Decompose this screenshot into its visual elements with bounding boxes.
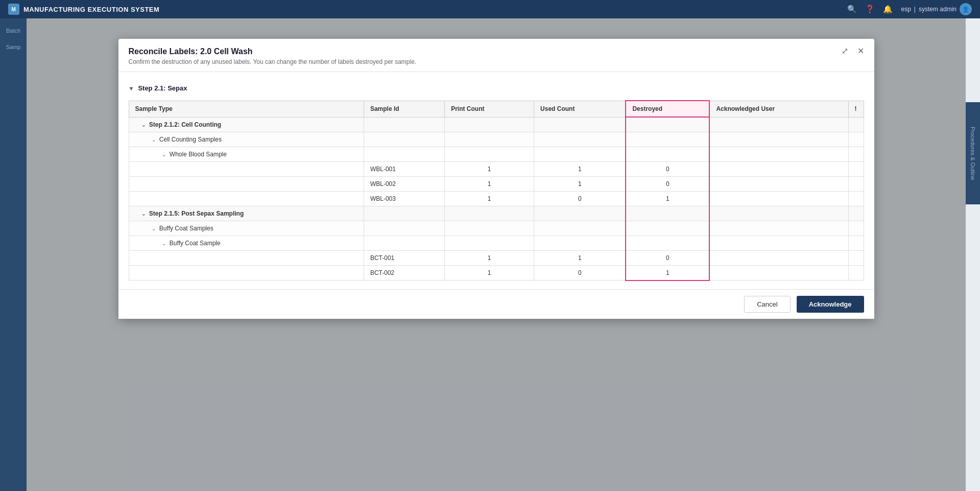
user-code: esp bbox=[901, 6, 911, 13]
user-info: esp | system admin 👤 bbox=[901, 3, 972, 15]
logo-icon: M bbox=[8, 4, 19, 15]
col-header-acknowledged-user: Acknowledged User bbox=[709, 101, 848, 117]
acknowledged-user-cell bbox=[709, 191, 848, 206]
section-label: Step 2.1: Sepax bbox=[138, 84, 187, 92]
user-name: system admin bbox=[919, 6, 957, 13]
sample-id-cell: WBL-002 bbox=[364, 176, 444, 191]
sample-id-cell: WBL-003 bbox=[364, 191, 444, 206]
exclaim-cell bbox=[848, 250, 864, 265]
group-label: ⌄ Step 2.1.2: Cell Counting bbox=[129, 117, 364, 132]
nav-right: 🔍 ❓ 🔔 esp | system admin 👤 bbox=[847, 3, 972, 15]
user-avatar[interactable]: 👤 bbox=[960, 3, 972, 15]
top-nav: M MANUFACTURING EXECUTION SYSTEM 🔍 ❓ 🔔 e… bbox=[0, 0, 980, 18]
print-count-cell: 1 bbox=[445, 176, 534, 191]
section-header[interactable]: ▼ Step 2.1: Sepax bbox=[129, 80, 864, 96]
bell-icon[interactable]: 🔔 bbox=[883, 5, 893, 14]
dialog-footer: Cancel Acknowledge bbox=[118, 289, 874, 319]
table-row: ⌄ Buffy Coat Sample bbox=[129, 236, 864, 250]
destroyed-cell bbox=[626, 132, 709, 147]
dialog-body: ▼ Step 2.1: Sepax Sample Type Sample Id … bbox=[118, 72, 874, 289]
col-header-sample-id: Sample Id bbox=[364, 101, 444, 117]
section-arrow-icon: ▼ bbox=[129, 85, 134, 91]
destroyed-cell bbox=[626, 117, 709, 132]
reconcile-dialog: Reconcile Labels: 2.0 Cell Wash Confirm … bbox=[118, 39, 874, 319]
used-count-cell: 1 bbox=[534, 161, 626, 176]
table-row: WBL-001 1 1 0 bbox=[129, 161, 864, 176]
acknowledged-user-cell bbox=[709, 265, 848, 280]
destroyed-cell bbox=[626, 147, 709, 161]
reconcile-table: Sample Type Sample Id Print Count Used C… bbox=[129, 100, 864, 281]
col-header-exclaim: ! bbox=[848, 101, 864, 117]
chevron-down-icon[interactable]: ⌄ bbox=[162, 241, 166, 246]
table-row: ⌄ Cell Counting Samples bbox=[129, 132, 864, 147]
destroyed-cell bbox=[626, 221, 709, 236]
exclaim-cell bbox=[848, 191, 864, 206]
chevron-down-icon[interactable]: ⌄ bbox=[152, 137, 156, 143]
col-header-destroyed: Destroyed bbox=[626, 101, 709, 117]
acknowledged-user-cell bbox=[709, 250, 848, 265]
sidebar-batch[interactable]: Batch bbox=[0, 22, 27, 39]
cancel-button[interactable]: Cancel bbox=[744, 296, 790, 313]
group-label: ⌄ Step 2.1.5: Post Sepax Sampling bbox=[129, 206, 364, 221]
dialog-controls: ⤢ ✕ bbox=[840, 45, 866, 57]
destroyed-cell bbox=[626, 236, 709, 250]
table-row: ⌄ Whole Blood Sample bbox=[129, 147, 864, 161]
close-icon[interactable]: ✕ bbox=[855, 45, 866, 57]
main-content: Reconcile Labels: 2.0 Cell Wash Confirm … bbox=[27, 18, 966, 491]
subgroup-label: ⌄ Buffy Coat Samples bbox=[129, 221, 364, 236]
table-row: ⌄ Step 2.1.2: Cell Counting bbox=[129, 117, 864, 132]
used-count-cell: 0 bbox=[534, 265, 626, 280]
table-row: BCT-001 1 1 0 bbox=[129, 250, 864, 265]
table-row: BCT-002 1 0 1 bbox=[129, 265, 864, 280]
chevron-down-icon[interactable]: ⌄ bbox=[141, 122, 146, 128]
chevron-down-icon[interactable]: ⌄ bbox=[141, 211, 146, 217]
destroyed-input-cell[interactable]: 0 bbox=[626, 176, 709, 191]
subsubgroup-label: ⌄ Whole Blood Sample bbox=[129, 147, 364, 161]
table-row: ⌄ Buffy Coat Samples bbox=[129, 221, 864, 236]
col-header-used-count: Used Count bbox=[534, 101, 626, 117]
used-count-cell: 0 bbox=[534, 191, 626, 206]
used-count-cell: 1 bbox=[534, 250, 626, 265]
destroyed-input-cell[interactable]: 0 bbox=[626, 161, 709, 176]
left-sidebar: Batch Samp bbox=[0, 18, 27, 491]
print-count-cell: 1 bbox=[445, 191, 534, 206]
expand-icon[interactable]: ⤢ bbox=[840, 45, 850, 57]
col-header-print-count: Print Count bbox=[445, 101, 534, 117]
subsubgroup-label: ⌄ Buffy Coat Sample bbox=[129, 236, 364, 250]
table-row: WBL-003 1 0 1 bbox=[129, 191, 864, 206]
sidebar-sample-label: Samp bbox=[5, 44, 21, 50]
exclaim-cell bbox=[848, 161, 864, 176]
right-sidebar-tab[interactable]: Procedures & Outline bbox=[966, 102, 980, 204]
dialog-overlay: Reconcile Labels: 2.0 Cell Wash Confirm … bbox=[27, 18, 966, 491]
acknowledge-button[interactable]: Acknowledge bbox=[797, 296, 864, 313]
destroyed-cell bbox=[626, 206, 709, 221]
used-count-cell: 1 bbox=[534, 176, 626, 191]
destroyed-input-cell[interactable]: 0 bbox=[626, 250, 709, 265]
help-icon[interactable]: ❓ bbox=[865, 5, 875, 14]
table-row: ⌄ Step 2.1.5: Post Sepax Sampling bbox=[129, 206, 864, 221]
app-logo: M MANUFACTURING EXECUTION SYSTEM bbox=[8, 4, 159, 15]
print-count-cell: 1 bbox=[445, 265, 534, 280]
destroyed-input-cell[interactable]: 1 bbox=[626, 265, 709, 280]
acknowledged-user-cell bbox=[709, 161, 848, 176]
app-title: MANUFACTURING EXECUTION SYSTEM bbox=[23, 6, 159, 13]
chevron-down-icon[interactable]: ⌄ bbox=[162, 152, 166, 157]
sidebar-sample[interactable]: Samp bbox=[0, 39, 27, 55]
sample-id-cell: BCT-001 bbox=[364, 250, 444, 265]
col-header-sample-type: Sample Type bbox=[129, 101, 364, 117]
chevron-down-icon[interactable]: ⌄ bbox=[152, 226, 156, 231]
print-count-cell: 1 bbox=[445, 250, 534, 265]
right-sidebar-label: Procedures & Outline bbox=[970, 127, 976, 180]
subgroup-label: ⌄ Cell Counting Samples bbox=[129, 132, 364, 147]
dialog-subtitle: Confirm the destruction of any unused la… bbox=[129, 58, 864, 65]
search-icon[interactable]: 🔍 bbox=[847, 5, 857, 14]
acknowledged-user-cell bbox=[709, 176, 848, 191]
sample-id-cell: WBL-001 bbox=[364, 161, 444, 176]
dialog-header: Reconcile Labels: 2.0 Cell Wash Confirm … bbox=[118, 39, 874, 72]
table-row: WBL-002 1 1 0 bbox=[129, 176, 864, 191]
destroyed-input-cell[interactable]: 1 bbox=[626, 191, 709, 206]
sidebar-batch-label: Batch bbox=[5, 28, 21, 34]
exclaim-cell bbox=[848, 265, 864, 280]
print-count-cell: 1 bbox=[445, 161, 534, 176]
dialog-title: Reconcile Labels: 2.0 Cell Wash bbox=[129, 47, 864, 56]
